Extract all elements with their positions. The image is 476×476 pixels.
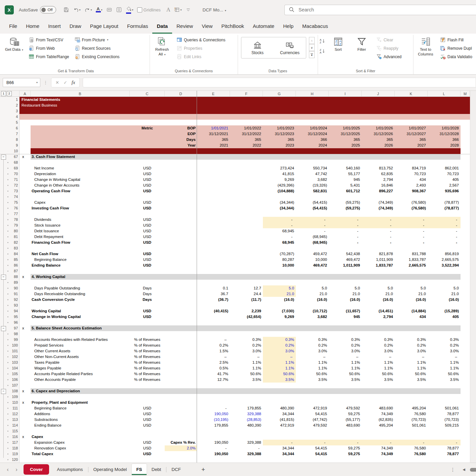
cell-H99[interactable]: 0.3%	[296, 337, 329, 343]
row-header-94[interactable]: 94	[11, 308, 19, 314]
cell-L82[interactable]: -	[428, 240, 461, 245]
cell-D111[interactable]	[165, 405, 197, 411]
cell-I10[interactable]	[329, 148, 362, 154]
cell-D72[interactable]	[165, 183, 197, 188]
cell-E96[interactable]	[197, 320, 230, 325]
sort-button[interactable]: ZAAZ Sort	[327, 36, 349, 52]
cell-M104[interactable]	[461, 365, 470, 371]
cell-A111[interactable]	[19, 405, 31, 411]
cell-I1[interactable]	[329, 97, 362, 103]
cell-E91[interactable]: 36.7	[197, 291, 230, 297]
cell-B82[interactable]: Financing Cash Flow	[31, 240, 130, 245]
cell-D92[interactable]	[165, 297, 197, 303]
cell-C87[interactable]	[130, 268, 165, 274]
cell-G74[interactable]	[263, 194, 296, 200]
cell-L71[interactable]: 405	[428, 177, 461, 183]
cell-C115[interactable]	[130, 428, 165, 434]
cell-L119[interactable]: 78,877	[428, 451, 461, 457]
cell-M1[interactable]	[461, 97, 470, 103]
row-header-1[interactable]: 1	[11, 97, 19, 103]
cell-F98[interactable]	[230, 331, 263, 337]
cell-D80[interactable]	[165, 228, 197, 234]
cell-L115[interactable]	[428, 428, 461, 434]
row-header-117[interactable]: 117	[11, 440, 19, 445]
cell-D106[interactable]	[165, 377, 197, 383]
cell-A74[interactable]	[19, 194, 31, 200]
cell-E68[interactable]	[197, 160, 230, 165]
font-color-button[interactable]: A▾	[94, 5, 104, 15]
cell-K103[interactable]: 1.1%	[395, 360, 428, 365]
cell-K5[interactable]	[395, 120, 428, 125]
cell-J120[interactable]	[362, 457, 395, 463]
cell-F75[interactable]	[230, 200, 263, 205]
cell-G76[interactable]: (34,344)	[263, 205, 296, 211]
cell-C93[interactable]	[130, 303, 165, 308]
cell-A90[interactable]	[19, 285, 31, 291]
cell-D97[interactable]	[165, 325, 197, 331]
row-header-71[interactable]: 71	[11, 177, 19, 183]
cell-F88[interactable]	[230, 274, 263, 280]
cell-B85[interactable]: Beginning Balance	[31, 257, 130, 263]
cell-M109[interactable]	[461, 394, 470, 400]
ribbon-tab-draw[interactable]: Draw	[65, 19, 86, 34]
cell-J69[interactable]: 813,752	[362, 165, 395, 171]
cell-B6[interactable]	[31, 125, 130, 131]
cell-M89[interactable]	[461, 280, 470, 285]
cell-B103[interactable]: Taxes Payable	[31, 360, 130, 365]
cell-B9[interactable]	[31, 143, 130, 148]
cell-K114[interactable]: 501,061	[395, 423, 428, 428]
cell-M9[interactable]	[461, 143, 470, 148]
cell-K98[interactable]	[395, 331, 428, 337]
cell-G95[interactable]: 9,269	[263, 314, 296, 320]
cell-M71[interactable]	[461, 177, 470, 183]
cell-G69[interactable]: 273,424	[263, 165, 296, 171]
ribbon-tab-formulas[interactable]: Formulas	[123, 19, 153, 34]
cell-D81[interactable]	[165, 234, 197, 240]
cell-I101[interactable]: 3.0%	[329, 348, 362, 354]
cell-E69[interactable]	[197, 165, 230, 171]
save-button[interactable]	[62, 5, 71, 15]
cell-F112[interactable]: 329,388	[230, 411, 263, 417]
cell-K120[interactable]	[395, 457, 428, 463]
cell-C105[interactable]: % of Revenues	[130, 371, 165, 377]
cell-L9[interactable]: 2028	[428, 143, 461, 148]
cell-A9[interactable]	[19, 143, 31, 148]
collapse-group-button[interactable]: −	[1, 155, 6, 160]
cell-C1[interactable]	[130, 97, 165, 103]
cell-M102[interactable]	[461, 354, 470, 360]
cell-M73[interactable]	[461, 188, 470, 194]
cell-F68[interactable]	[230, 160, 263, 165]
cell-L107[interactable]	[428, 383, 461, 388]
row-header-105[interactable]: 105	[11, 371, 19, 377]
cell-H68[interactable]	[296, 160, 329, 165]
cell-A113[interactable]	[19, 417, 31, 423]
cell-E97[interactable]	[197, 325, 230, 331]
cell-J113[interactable]: (62,835)	[362, 417, 395, 423]
cell-C7[interactable]	[130, 131, 165, 137]
cell-C71[interactable]: USD	[130, 177, 165, 183]
cell-E70[interactable]	[197, 171, 230, 177]
cell-M78[interactable]	[461, 217, 470, 223]
cell-L74[interactable]	[428, 194, 461, 200]
search-box[interactable]	[284, 5, 476, 15]
cell-I83[interactable]	[329, 245, 362, 251]
row-header-88[interactable]: 88	[11, 274, 19, 280]
cell-M97[interactable]	[461, 325, 470, 331]
cell-B98[interactable]	[31, 331, 130, 337]
cell-I116[interactable]	[329, 434, 362, 440]
cell-M10[interactable]	[461, 148, 470, 154]
cell-E76[interactable]	[197, 205, 230, 211]
ribbon-tab-macabacus[interactable]: Macabacus	[298, 19, 332, 34]
row-header-83[interactable]: 83	[11, 245, 19, 251]
cell-C72[interactable]: USD	[130, 183, 165, 188]
cell-L4[interactable]	[428, 114, 461, 120]
existing-connections-button[interactable]: Existing Connections	[73, 52, 121, 61]
cell-I106[interactable]: 3.5%	[329, 377, 362, 383]
cell-A98[interactable]	[19, 331, 31, 337]
cell-L69[interactable]: 862,001	[428, 165, 461, 171]
cell-K89[interactable]	[395, 280, 428, 285]
cell-J93[interactable]	[362, 303, 395, 308]
cell-L89[interactable]	[428, 280, 461, 285]
cell-L77[interactable]	[428, 211, 461, 217]
cell-C70[interactable]: USD	[130, 171, 165, 177]
